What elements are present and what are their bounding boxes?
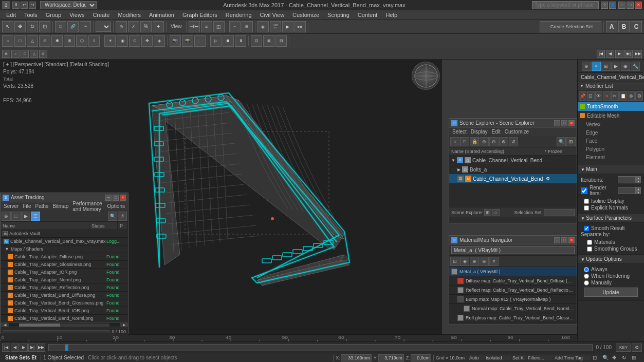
at-btn-4[interactable]: ☰	[31, 212, 40, 221]
asset-item-2[interactable]: P Cable_Tray_Adapter_IOR.png Found	[1, 269, 128, 276]
mat-item-1[interactable]: Diffuse map: Cable_Tray_Vertical_Bend_Di…	[449, 276, 577, 285]
vp-zoom-ext[interactable]: ⊡	[593, 355, 602, 360]
small-btn-1[interactable]: ⊕	[2, 50, 10, 58]
vp-pan[interactable]: ✥	[612, 355, 621, 360]
cam-btn-1[interactable]: 📷	[170, 35, 181, 47]
se-bottom-icon-1[interactable]: ⊞	[484, 209, 491, 216]
render-iters-checkbox[interactable]	[581, 187, 587, 194]
mod-sub-face[interactable]: Face	[578, 137, 644, 145]
redo-btn[interactable]: ↪	[29, 2, 36, 9]
playback-play[interactable]: ▶	[615, 50, 623, 58]
percent-snap[interactable]: %	[140, 21, 152, 32]
se-item-root[interactable]: ▼ ⊙ □ Cable_Channel_Vertical_Bend —	[449, 156, 577, 165]
vp-maximize[interactable]: ⊞	[632, 355, 641, 360]
curve-editor[interactable]: ~	[229, 21, 241, 32]
rotate-tool[interactable]: ↻	[27, 21, 38, 32]
at-refresh[interactable]: ↺	[118, 212, 127, 221]
mat-item-2[interactable]: Reflect map: Cable_Tray_Vertical_Bend_Re…	[449, 285, 577, 295]
ts-main-section[interactable]: Main	[578, 165, 644, 174]
show-in-vp-btn[interactable]: 👁	[595, 91, 603, 101]
maximize-asset-btn[interactable]: □	[113, 195, 119, 201]
at-menu-options[interactable]: Options	[105, 203, 127, 209]
tl-time-config[interactable]: ⚙	[632, 344, 642, 352]
mod-icon-motion[interactable]: ▶	[611, 62, 620, 71]
materials-checkbox[interactable]	[587, 240, 592, 245]
angle-snap[interactable]: ∠	[128, 21, 139, 32]
mat-tb-5[interactable]: ≡	[489, 257, 499, 266]
lgt-btn-3[interactable]: ⊙	[129, 35, 140, 47]
render-last[interactable]: ⏭	[295, 21, 306, 32]
quick-access-btn[interactable]: ⬆	[12, 2, 20, 9]
tl-prev-frame[interactable]: ◀	[11, 344, 19, 352]
community-btn[interactable]: 👤	[609, 2, 616, 9]
align-btn[interactable]: ≡	[201, 21, 212, 32]
anim-btn-1[interactable]: ▷	[210, 35, 222, 47]
asset-item-3[interactable]: P Cable_Tray_Adapter_Norml.png Found	[1, 276, 128, 284]
tl-track[interactable]	[48, 344, 593, 351]
at-btn-3[interactable]: ▶	[21, 212, 30, 221]
menu-tools[interactable]: Tools	[20, 11, 42, 18]
menu-views[interactable]: Views	[65, 11, 88, 18]
menu-create[interactable]: Create	[88, 11, 114, 18]
mod-icon-create[interactable]: ⊕	[582, 62, 591, 71]
at-menu-bitmap[interactable]: Bitmap	[50, 203, 70, 209]
at-search[interactable]: 🔍	[108, 212, 117, 221]
isoline-checkbox[interactable]	[584, 199, 589, 204]
se-minimize-btn[interactable]: ─	[554, 120, 560, 126]
mat-name-input[interactable]	[451, 246, 575, 254]
help-btn[interactable]: ?	[601, 2, 608, 9]
se-maximize-btn[interactable]: □	[561, 120, 567, 126]
lgt-btn-1[interactable]: ☀	[104, 35, 116, 47]
small-btn-2[interactable]: ○	[11, 50, 20, 58]
at-menu-server[interactable]: Server	[2, 203, 21, 209]
render-iters-spinbox[interactable]: 2 ▲ ▼	[618, 187, 641, 194]
maps-group-row[interactable]: ▼ Maps / Shaders	[1, 245, 128, 253]
lgt-btn-5[interactable]: ◈	[154, 35, 165, 47]
iter-up[interactable]: ▲	[636, 176, 641, 180]
mat-tb-3[interactable]: ⊕	[470, 257, 479, 266]
anim-btn-2[interactable]: ⏹	[223, 35, 234, 47]
mat-nav-close[interactable]: ✕	[568, 237, 575, 243]
mode-display[interactable]: Isolated	[486, 355, 511, 360]
se-btn-search[interactable]: 🔍	[557, 137, 566, 146]
render-setup[interactable]: 🎬	[270, 21, 281, 32]
menu-scripting[interactable]: Scripting	[323, 11, 354, 18]
mirror-btn[interactable]: ⊣⊢	[189, 21, 200, 32]
y-coord[interactable]	[378, 354, 404, 361]
max-file-row[interactable]: M Cable_Channel_Vertical_Bend_max_vray.m…	[1, 238, 128, 245]
mod-sub-element[interactable]: Element	[578, 153, 644, 161]
se-btn-filter[interactable]: ⊞	[566, 137, 576, 146]
menu-civil-view[interactable]: Civil View	[256, 11, 288, 18]
at-menu-perf[interactable]: Performance and Memory	[70, 201, 105, 212]
se-menu-select[interactable]: Select	[450, 129, 469, 135]
se-menu-display[interactable]: Display	[469, 129, 490, 135]
playback-last[interactable]: ▶▶	[634, 50, 642, 58]
se-close-btn[interactable]: ✕	[568, 120, 575, 126]
mat-nav-maximize[interactable]: □	[561, 237, 567, 243]
scene-explorer-titlebar[interactable]: 3 Scene Explorer - Scene Explorer ─ □ ✕	[449, 119, 577, 128]
mod-editable-mesh[interactable]: Editable Mesh	[578, 111, 644, 120]
asset-item-7[interactable]: P Cable_Tray_Vertical_Bend_IOR.png Found	[1, 307, 128, 315]
obj-type-8[interactable]: ◊	[88, 35, 100, 47]
se-btn-3[interactable]: ⊕	[480, 137, 489, 146]
ri-down[interactable]: ▼	[636, 190, 641, 194]
playback-prev[interactable]: ◀	[606, 50, 614, 58]
menu-content[interactable]: Content	[354, 11, 382, 18]
h-scroll-thumb[interactable]	[19, 323, 60, 327]
mod-sub-vertex[interactable]: Vertex	[578, 120, 644, 128]
menu-help[interactable]: Help	[381, 11, 401, 18]
obj-type-3[interactable]: △	[27, 35, 38, 47]
pin-btn[interactable]: 📌	[579, 91, 586, 101]
snap-toggle[interactable]: ⊕	[116, 21, 127, 32]
at-btn-1[interactable]: ⊕	[2, 212, 11, 221]
menu-graph-editors[interactable]: Graph Editors	[178, 11, 222, 18]
asset-item-6[interactable]: P Cable_Tray_Vertical_Bend_Glossiness.pn…	[1, 299, 128, 307]
mat-item-5[interactable]: Refl.gloss map: Cable_Tray_Vertical_Bend…	[449, 313, 577, 322]
menu-modifiers[interactable]: Modifiers	[114, 11, 145, 18]
iter-down[interactable]: ▼	[636, 180, 641, 183]
render-iters-input[interactable]: 2	[618, 187, 636, 194]
snap-btn-1[interactable]: ⊡	[251, 35, 262, 47]
at-menu-file[interactable]: File	[21, 203, 33, 209]
tl-key-mode[interactable]: KEY	[616, 344, 631, 352]
asset-item-8[interactable]: P Cable_Tray_Vertical_Bend_Norml.png Fou…	[1, 315, 128, 322]
